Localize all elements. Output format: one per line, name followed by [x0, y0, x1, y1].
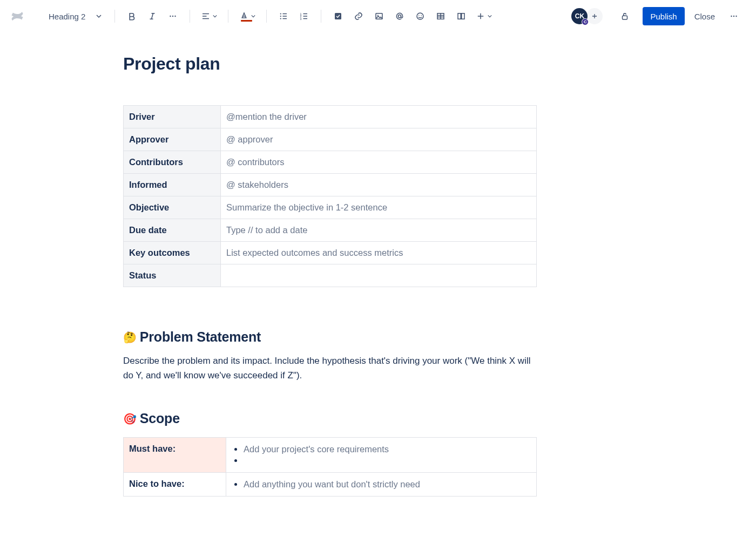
link-button[interactable] [349, 7, 368, 25]
svg-point-20 [731, 16, 732, 17]
scope-label[interactable]: Must have: [124, 438, 226, 473]
table-row[interactable]: ObjectiveSummarize the objective in 1-2 … [124, 196, 537, 219]
meta-label[interactable]: Objective [124, 196, 221, 219]
svg-point-0 [170, 16, 171, 17]
svg-rect-17 [458, 13, 461, 19]
document-editor[interactable]: Project plan Driver@mention the driver A… [123, 32, 537, 497]
publish-button[interactable]: Publish [643, 7, 684, 25]
table-row[interactable]: Nice to have: Add anything you want but … [124, 473, 537, 497]
action-item-button[interactable] [329, 7, 347, 25]
text-style-label: Heading 2 [49, 12, 85, 21]
table-row[interactable]: Informed@ stakeholders [124, 174, 537, 196]
table-row[interactable]: Contributors@ contributors [124, 151, 537, 174]
italic-button[interactable] [143, 7, 161, 25]
svg-rect-9 [335, 13, 341, 19]
meta-value[interactable]: @mention the driver [221, 106, 537, 128]
more-formatting-button[interactable] [164, 7, 182, 25]
emoji-button[interactable] [411, 7, 429, 25]
scope-value[interactable]: Add anything you want but don't strictly… [226, 473, 537, 497]
svg-point-4 [280, 16, 281, 17]
meta-label[interactable]: Approver [124, 128, 221, 151]
meta-label[interactable]: Key outcomes [124, 242, 221, 264]
svg-rect-18 [462, 13, 464, 19]
section-heading-text: Problem Statement [140, 329, 261, 345]
meta-label[interactable]: Status [124, 264, 221, 287]
list-item[interactable]: Add your project's core requirements [244, 444, 530, 455]
alignment-button[interactable] [198, 7, 220, 25]
meta-value[interactable]: List expected outcomes and success metri… [221, 242, 537, 264]
meta-value[interactable]: Type // to add a date [221, 219, 537, 242]
more-actions-button[interactable] [725, 7, 743, 25]
table-row[interactable]: Key outcomesList expected outcomes and s… [124, 242, 537, 264]
text-color-button[interactable] [236, 7, 259, 25]
svg-rect-19 [623, 16, 627, 19]
scope-label[interactable]: Nice to have: [124, 473, 226, 497]
svg-point-14 [418, 15, 420, 16]
user-avatar[interactable]: CK C [571, 8, 588, 24]
close-button[interactable]: Close [687, 7, 723, 25]
meta-value[interactable]: @ stakeholders [221, 174, 537, 196]
table-row[interactable]: Approver@ approver [124, 128, 537, 151]
plus-icon [591, 12, 598, 20]
meta-label[interactable]: Due date [124, 219, 221, 242]
svg-point-3 [280, 13, 281, 14]
table-row[interactable]: Status [124, 264, 537, 287]
mention-button[interactable] [390, 7, 409, 25]
layouts-button[interactable] [452, 7, 470, 25]
svg-point-5 [280, 18, 281, 19]
svg-point-22 [735, 16, 737, 17]
scope-value[interactable]: Add your project's core requirements [226, 438, 537, 473]
toolbar-divider [190, 10, 190, 23]
svg-point-2 [175, 16, 176, 17]
svg-text:3: 3 [300, 17, 302, 21]
meta-value[interactable]: @ contributors [221, 151, 537, 174]
invite-collaborator-button[interactable] [586, 8, 603, 24]
metadata-table[interactable]: Driver@mention the driver Approver@ appr… [123, 105, 537, 287]
editor-toolbar: Heading 2 123 [0, 0, 756, 32]
scope-heading[interactable]: 🎯 Scope [123, 411, 537, 426]
text-color-swatch [241, 20, 252, 22]
problem-statement-heading[interactable]: 🤔 Problem Statement [123, 329, 537, 345]
svg-point-13 [417, 13, 423, 19]
table-row[interactable]: Must have: Add your project's core requi… [124, 438, 537, 473]
numbered-list-button[interactable]: 123 [295, 7, 313, 25]
insert-more-button[interactable] [473, 7, 495, 25]
table-button[interactable] [431, 7, 450, 25]
confluence-logo [10, 9, 25, 24]
presence-indicator: C [582, 18, 589, 25]
table-row[interactable]: Due dateType // to add a date [124, 219, 537, 242]
toolbar-divider [266, 10, 267, 23]
meta-value[interactable]: Summarize the objective in 1-2 sentence [221, 196, 537, 219]
svg-point-12 [399, 15, 401, 17]
unlock-icon [620, 11, 630, 21]
svg-point-1 [172, 16, 173, 17]
toolbar-divider [228, 10, 228, 23]
image-button[interactable] [370, 7, 388, 25]
scope-table[interactable]: Must have: Add your project's core requi… [123, 437, 537, 497]
list-item[interactable] [244, 455, 530, 466]
restrictions-button[interactable] [616, 7, 634, 25]
chevron-down-icon [488, 14, 492, 18]
chevron-down-icon [213, 14, 217, 18]
svg-point-21 [733, 16, 734, 17]
toolbar-divider [114, 10, 115, 23]
page-title[interactable]: Project plan [123, 54, 537, 74]
thinking-emoji: 🤔 [123, 331, 137, 344]
text-style-select[interactable]: Heading 2 [42, 7, 107, 25]
table-row[interactable]: Driver@mention the driver [124, 106, 537, 128]
toolbar-divider [321, 10, 321, 23]
list-item[interactable]: Add anything you want but don't strictly… [244, 479, 530, 490]
meta-value[interactable]: @ approver [221, 128, 537, 151]
meta-label[interactable]: Driver [124, 106, 221, 128]
chevron-down-icon [96, 13, 102, 19]
meta-value[interactable] [221, 264, 537, 287]
meta-label[interactable]: Contributors [124, 151, 221, 174]
bullet-list-button[interactable] [274, 7, 293, 25]
chevron-down-icon [251, 14, 255, 18]
target-emoji: 🎯 [123, 412, 137, 425]
svg-point-15 [421, 15, 422, 16]
section-heading-text: Scope [140, 411, 180, 426]
meta-label[interactable]: Informed [124, 174, 221, 196]
bold-button[interactable] [123, 7, 141, 25]
problem-statement-body[interactable]: Describe the problem and its impact. Inc… [123, 353, 537, 383]
